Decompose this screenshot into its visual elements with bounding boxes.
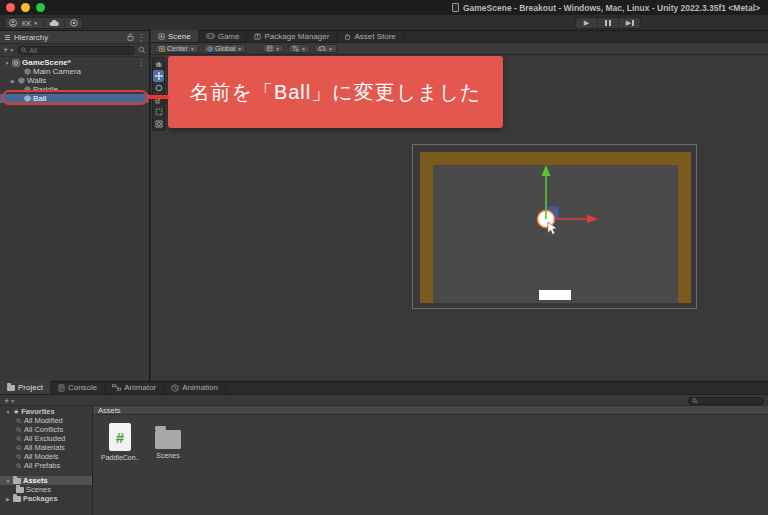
window-title-wrap: GameScene - Breakout - Windows, Mac, Lin… <box>452 0 760 15</box>
favorites-header-row[interactable]: ▼ ★ Favorites <box>0 407 92 416</box>
hierarchy-row-scene[interactable]: ▼ GameScene* ⋮ <box>0 58 149 67</box>
hierarchy-item-label: Main Camera <box>33 67 81 76</box>
project-search-field[interactable] <box>688 397 764 405</box>
folder-icon <box>155 430 181 449</box>
search-icon <box>16 445 22 451</box>
cloud-icon[interactable] <box>49 20 59 27</box>
close-button[interactable] <box>6 3 15 12</box>
minimize-button[interactable] <box>21 3 30 12</box>
view-hand-tool[interactable] <box>153 58 164 70</box>
breadcrumb: Assets <box>93 406 768 415</box>
tab-project[interactable]: Project <box>0 381 51 394</box>
tree-row-scenes[interactable]: Scenes <box>0 485 92 494</box>
account-initials: KK <box>22 20 31 27</box>
tab-label: Package Manager <box>264 32 329 41</box>
move-gizmo[interactable] <box>413 145 698 310</box>
account-person-icon[interactable] <box>9 19 17 27</box>
caret-expanded-icon[interactable]: ▼ <box>4 60 10 66</box>
panel-menu-icon[interactable]: ⋮ <box>137 33 145 42</box>
rect-icon <box>155 108 163 116</box>
rotate-tool[interactable] <box>153 82 164 94</box>
tab-label: Console <box>68 383 97 392</box>
bottom-tabbar: Project Console Animator <box>0 382 768 395</box>
hierarchy-row-main-camera[interactable]: Main Camera <box>0 67 149 76</box>
gizmo-x-arrowhead[interactable] <box>587 215 598 223</box>
hierarchy-list-icon <box>4 34 11 41</box>
tab-game[interactable]: Game <box>199 30 248 42</box>
favorite-all-modified[interactable]: All Modified <box>0 416 92 425</box>
project-body: ▼ ★ Favorites All Modified All Conflicts… <box>0 406 768 515</box>
create-object-button[interactable]: +▼ <box>3 45 14 55</box>
hierarchy-header[interactable]: Hierarchy ⋮ <box>0 31 149 44</box>
tab-animation[interactable]: Animation <box>164 381 226 394</box>
star-icon: ★ <box>13 408 19 416</box>
favorite-all-prefabs[interactable]: All Prefabs <box>0 461 92 470</box>
folder-label: Scenes <box>26 485 51 494</box>
tab-console[interactable]: Console <box>51 381 105 394</box>
tree-row-packages[interactable]: ▶ Packages <box>0 494 92 503</box>
caret-collapsed-icon[interactable]: ▶ <box>5 496 11 502</box>
favorite-all-materials[interactable]: All Materials <box>0 443 92 452</box>
grid-snap-button[interactable]: ▼ <box>288 44 310 53</box>
move-tool[interactable] <box>153 70 164 82</box>
document-icon <box>452 3 459 12</box>
favorite-label: All Prefabs <box>24 461 60 470</box>
hierarchy-searchbar: +▼ <box>0 44 149 57</box>
favorite-label: All Conflicts <box>24 425 63 434</box>
pause-button[interactable] <box>598 18 620 28</box>
tree-row-assets[interactable]: ▼ Assets <box>0 476 92 485</box>
search-icon <box>16 463 22 469</box>
pivot-mode-button[interactable]: Center ▼ <box>155 44 199 53</box>
favorite-label: All Modified <box>24 416 63 425</box>
orientation-label: Global <box>215 45 235 52</box>
rect-tool[interactable] <box>153 106 164 118</box>
tab-package-manager[interactable]: Package Manager <box>247 30 337 42</box>
project-search-input[interactable] <box>700 397 760 404</box>
search-icon <box>16 454 22 460</box>
step-button[interactable]: ▶ <box>619 18 640 28</box>
grid-icon <box>266 45 273 52</box>
account-dropdown[interactable]: KK ▼ <box>22 20 38 27</box>
tab-animator[interactable]: Animator <box>105 381 164 394</box>
hierarchy-search-input[interactable] <box>29 47 131 54</box>
tab-label: Project <box>18 383 43 392</box>
animation-tab-icon <box>171 384 179 392</box>
search-icon <box>16 427 22 433</box>
hierarchy-search-field[interactable] <box>17 46 135 55</box>
scene-toolbar: Center ▼ Global ▼ ▼ <box>151 43 768 55</box>
services-gear-icon[interactable] <box>70 19 78 27</box>
transform-tool[interactable] <box>153 118 164 130</box>
asset-item-scenes-folder[interactable]: Scenes <box>149 423 187 461</box>
grid-visibility-button[interactable]: ▼ <box>262 44 284 53</box>
asset-item-script[interactable]: # PaddleCon... <box>101 423 139 461</box>
orientation-button[interactable]: Global ▼ <box>203 44 246 53</box>
zoom-button[interactable] <box>36 3 45 12</box>
main-toolbar: KK ▼ ▶ ▶ <box>0 15 768 31</box>
tab-scene[interactable]: Scene <box>151 30 199 42</box>
create-asset-button[interactable]: +▼ <box>4 396 15 406</box>
hierarchy-panel: Hierarchy ⋮ +▼ ▼ <box>0 31 150 381</box>
asset-label: PaddleCon... <box>101 454 139 461</box>
lock-icon[interactable] <box>127 33 134 41</box>
scene-options-icon[interactable]: ⋮ <box>137 58 145 67</box>
favorite-all-conflicts[interactable]: All Conflicts <box>0 425 92 434</box>
tab-asset-store[interactable]: Asset Store <box>337 30 403 42</box>
search-filter-icon[interactable] <box>138 46 146 54</box>
chevron-down-icon: ▼ <box>301 46 306 52</box>
caret-expanded-icon[interactable]: ▼ <box>5 409 11 415</box>
caret-collapsed-icon[interactable]: ▶ <box>10 78 16 84</box>
project-tab-folder-icon <box>7 385 15 391</box>
favorite-all-models[interactable]: All Models <box>0 452 92 461</box>
caret-expanded-icon[interactable]: ▼ <box>5 478 11 484</box>
rotate-icon <box>155 84 163 92</box>
favorite-all-excluded[interactable]: All Excluded <box>0 434 92 443</box>
asset-label: Scenes <box>156 452 179 459</box>
play-button[interactable]: ▶ <box>576 18 598 28</box>
scene-name: GameScene* <box>22 58 71 67</box>
pause-icon <box>605 20 611 26</box>
pivot-icon <box>159 46 165 52</box>
gizmo-y-arrowhead[interactable] <box>542 165 551 176</box>
snap-settings-button[interactable]: ▼ <box>314 44 337 53</box>
hierarchy-row-walls[interactable]: ▶ Walls <box>0 76 149 85</box>
gameobject-icon <box>24 68 31 75</box>
